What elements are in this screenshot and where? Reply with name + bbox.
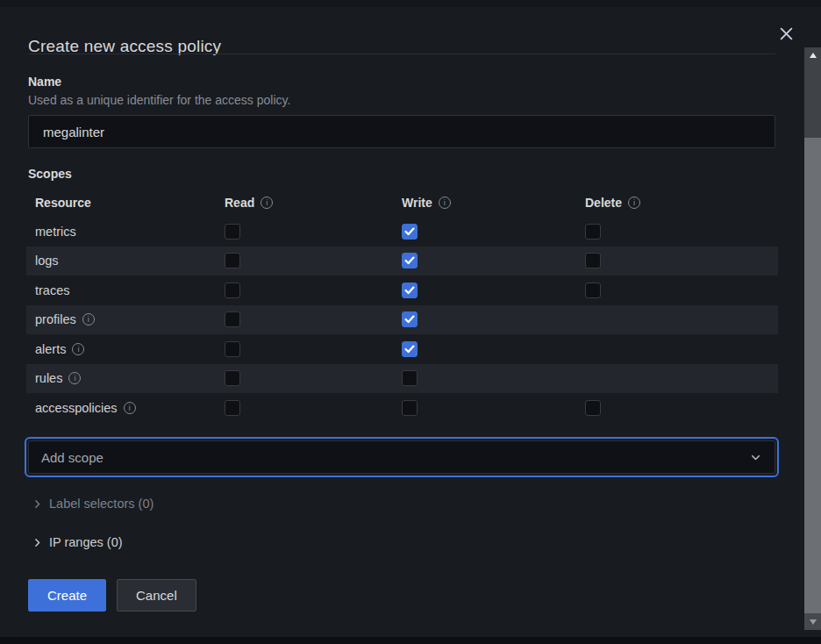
column-header-write-label: Write [402, 196, 432, 210]
write-checkbox[interactable] [402, 370, 418, 386]
read-cell [225, 341, 402, 357]
delete-checkbox[interactable] [585, 283, 601, 298]
column-header-resource: Resource [35, 196, 225, 210]
column-header-read: Read i [225, 196, 402, 210]
scopes-table: Resource Read i Write i Delete i metrics… [26, 189, 778, 423]
resource-label: profiles [35, 312, 76, 326]
write-cell [402, 283, 585, 298]
label-selectors-toggle[interactable]: Label selectors (0) [32, 497, 153, 511]
name-input[interactable] [28, 115, 775, 148]
read-checkbox[interactable] [225, 400, 240, 416]
info-circle-icon[interactable]: i [628, 197, 640, 209]
write-checkbox[interactable] [402, 283, 418, 298]
chevron-down-icon [749, 451, 762, 464]
page-background-strip [0, 0, 821, 7]
table-row: logs [26, 247, 778, 276]
write-checkbox[interactable] [402, 311, 418, 327]
delete-cell [585, 253, 778, 268]
read-checkbox[interactable] [225, 253, 240, 268]
read-cell [225, 253, 402, 268]
resource-label: rules [35, 371, 62, 385]
scopes-section-label: Scopes [28, 167, 72, 181]
close-icon[interactable] [775, 23, 796, 44]
delete-checkbox[interactable] [585, 253, 601, 268]
ip-ranges-toggle[interactable]: IP ranges (0) [32, 535, 123, 549]
info-circle-icon[interactable]: i [124, 402, 136, 414]
resource-label: traces [35, 283, 70, 297]
resource-label: metrics [35, 225, 76, 239]
table-row: accesspoliciesi [26, 393, 778, 423]
write-checkbox[interactable] [402, 341, 418, 357]
column-header-read-label: Read [225, 196, 254, 210]
scroll-up-arrow-icon[interactable] [804, 47, 821, 63]
column-header-resource-label: Resource [35, 196, 91, 210]
write-cell [402, 370, 585, 386]
write-cell [402, 224, 585, 240]
resource-label: accesspolicies [35, 401, 118, 415]
table-row: profilesi [26, 305, 778, 335]
read-cell [225, 283, 402, 298]
add-scope-focus-ring: Add scope [25, 437, 779, 477]
resource-label: logs [35, 254, 59, 268]
table-row: rulesi [26, 364, 778, 394]
scopes-table-header: Resource Read i Write i Delete i [26, 189, 778, 217]
read-checkbox[interactable] [225, 370, 240, 386]
header-divider [28, 54, 775, 54]
column-header-write: Write i [402, 196, 585, 210]
read-checkbox[interactable] [225, 224, 240, 240]
write-cell [402, 311, 585, 327]
read-checkbox[interactable] [225, 341, 240, 357]
column-header-delete: Delete i [585, 196, 778, 210]
info-circle-icon[interactable]: i [82, 313, 95, 326]
write-checkbox[interactable] [402, 253, 418, 268]
cancel-button[interactable]: Cancel [117, 579, 196, 612]
modal-actions: Create Cancel [28, 579, 196, 612]
delete-checkbox[interactable] [585, 224, 601, 240]
write-checkbox[interactable] [402, 400, 418, 416]
vertical-scrollbar[interactable] [804, 47, 821, 630]
info-circle-icon[interactable]: i [72, 343, 84, 355]
info-circle-icon[interactable]: i [261, 197, 273, 209]
delete-cell [585, 224, 778, 240]
scrollbar-thumb[interactable] [804, 138, 821, 613]
write-cell [402, 341, 585, 357]
delete-cell [585, 283, 778, 298]
read-cell [225, 370, 402, 386]
add-scope-select[interactable]: Add scope [28, 440, 775, 474]
table-row: alertsi [26, 334, 778, 364]
column-header-delete-label: Delete [585, 196, 622, 210]
create-button[interactable]: Create [28, 579, 106, 612]
write-cell [402, 400, 585, 416]
read-cell [225, 311, 402, 327]
chevron-right-icon [32, 537, 43, 548]
read-cell [225, 224, 402, 240]
info-circle-icon[interactable]: i [68, 372, 81, 384]
name-field-label: Name [28, 75, 61, 89]
name-field-description: Used as a unique identifier for the acce… [28, 93, 290, 107]
delete-checkbox[interactable] [585, 400, 601, 416]
write-cell [402, 253, 585, 268]
info-circle-icon[interactable]: i [439, 197, 451, 209]
scopes-table-body: metricslogstracesprofilesialertsirulesia… [26, 217, 778, 423]
table-row: metrics [26, 217, 778, 247]
delete-cell [585, 400, 778, 416]
resource-label: alerts [35, 342, 66, 356]
read-cell [225, 400, 402, 416]
read-checkbox[interactable] [225, 311, 240, 327]
add-scope-placeholder: Add scope [41, 450, 104, 465]
chevron-right-icon [32, 498, 43, 510]
read-checkbox[interactable] [225, 283, 240, 298]
create-access-policy-modal: Create new access policy Name Used as a … [0, 7, 821, 637]
label-selectors-label: Label selectors (0) [49, 497, 153, 511]
write-checkbox[interactable] [402, 224, 418, 240]
ip-ranges-label: IP ranges (0) [49, 535, 123, 549]
scroll-down-arrow-icon[interactable] [804, 613, 821, 630]
table-row: traces [26, 275, 778, 305]
